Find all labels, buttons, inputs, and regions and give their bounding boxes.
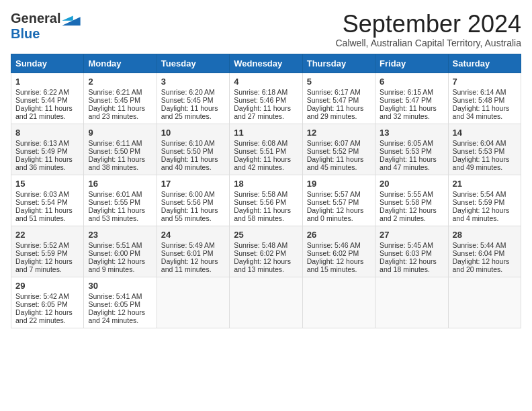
table-row: 5Sunrise: 6:17 AMSunset: 5:47 PMDaylight… xyxy=(302,73,375,124)
day-number: 16 xyxy=(88,179,152,189)
table-row: 11Sunrise: 6:08 AMSunset: 5:51 PMDayligh… xyxy=(230,124,302,175)
sunrise-text: Sunrise: 5:54 AM xyxy=(453,190,517,198)
logo-icon xyxy=(62,12,81,26)
sunset-text: Sunset: 5:53 PM xyxy=(380,147,443,155)
logo: General Blue xyxy=(11,11,81,42)
sunrise-text: Sunrise: 6:05 AM xyxy=(380,139,443,147)
sunset-text: Sunset: 5:58 PM xyxy=(380,198,443,206)
sunset-text: Sunset: 5:44 PM xyxy=(15,96,79,104)
sunrise-text: Sunrise: 5:46 AM xyxy=(307,241,371,249)
daylight-text: Daylight: 11 hours and 25 minutes. xyxy=(161,104,225,120)
sunrise-text: Sunrise: 5:41 AM xyxy=(88,292,152,300)
daylight-text: Daylight: 11 hours and 47 minutes. xyxy=(380,155,443,171)
daylight-text: Daylight: 11 hours and 53 minutes. xyxy=(88,206,152,222)
sunrise-text: Sunrise: 5:49 AM xyxy=(161,241,225,249)
day-number: 11 xyxy=(234,128,298,138)
sunrise-text: Sunrise: 6:18 AM xyxy=(234,88,298,96)
daylight-text: Daylight: 11 hours and 45 minutes. xyxy=(307,155,371,171)
sunrise-text: Sunrise: 6:17 AM xyxy=(307,88,371,96)
daylight-text: Daylight: 11 hours and 55 minutes. xyxy=(161,206,225,222)
header-tuesday: Tuesday xyxy=(157,54,229,73)
day-number: 12 xyxy=(307,128,371,138)
sunrise-text: Sunrise: 6:10 AM xyxy=(161,139,225,147)
day-number: 18 xyxy=(234,179,298,189)
day-number: 4 xyxy=(234,77,298,87)
day-number: 6 xyxy=(380,77,443,87)
day-number: 22 xyxy=(15,230,79,240)
sunset-text: Sunset: 5:59 PM xyxy=(15,249,79,257)
daylight-text: Daylight: 12 hours and 4 minutes. xyxy=(453,206,517,222)
daylight-text: Daylight: 11 hours and 27 minutes. xyxy=(234,104,298,120)
day-number: 17 xyxy=(161,179,225,189)
day-number: 10 xyxy=(161,128,225,138)
day-number: 3 xyxy=(161,77,225,87)
sunrise-text: Sunrise: 5:52 AM xyxy=(15,241,79,249)
sunrise-text: Sunrise: 5:45 AM xyxy=(380,241,443,249)
daylight-text: Daylight: 12 hours and 24 minutes. xyxy=(88,308,152,324)
sunrise-text: Sunrise: 6:00 AM xyxy=(161,190,225,198)
sunrise-text: Sunrise: 6:20 AM xyxy=(161,88,225,96)
sunset-text: Sunset: 5:53 PM xyxy=(453,147,517,155)
month-title: September 2024 xyxy=(336,11,522,38)
table-row: 30Sunrise: 5:41 AMSunset: 6:05 PMDayligh… xyxy=(84,277,157,328)
sunrise-text: Sunrise: 6:21 AM xyxy=(88,88,152,96)
sunset-text: Sunset: 6:04 PM xyxy=(453,249,517,257)
daylight-text: Daylight: 11 hours and 29 minutes. xyxy=(307,104,371,120)
day-number: 15 xyxy=(15,179,79,189)
sunset-text: Sunset: 5:59 PM xyxy=(453,198,517,206)
calendar-week-row: 8Sunrise: 6:13 AMSunset: 5:49 PMDaylight… xyxy=(11,124,521,175)
daylight-text: Daylight: 11 hours and 34 minutes. xyxy=(453,104,517,120)
day-number: 23 xyxy=(88,230,152,240)
header-thursday: Thursday xyxy=(302,54,375,73)
calendar-table: Sunday Monday Tuesday Wednesday Thursday… xyxy=(11,54,521,328)
table-row xyxy=(157,277,229,328)
page-header: General Blue September 2024 Calwell, Aus… xyxy=(11,11,521,48)
sunrise-text: Sunrise: 6:08 AM xyxy=(234,139,298,147)
sunset-text: Sunset: 5:50 PM xyxy=(161,147,225,155)
sunset-text: Sunset: 6:05 PM xyxy=(15,300,79,308)
day-number: 29 xyxy=(15,281,79,291)
table-row: 10Sunrise: 6:10 AMSunset: 5:50 PMDayligh… xyxy=(157,124,229,175)
table-row: 3Sunrise: 6:20 AMSunset: 5:45 PMDaylight… xyxy=(157,73,229,124)
sunrise-text: Sunrise: 6:01 AM xyxy=(88,190,152,198)
header-saturday: Saturday xyxy=(448,54,521,73)
location-title: Calwell, Australian Capital Territory, A… xyxy=(336,38,522,48)
sunset-text: Sunset: 5:56 PM xyxy=(161,198,225,206)
sunset-text: Sunset: 5:45 PM xyxy=(161,96,225,104)
sunrise-text: Sunrise: 5:44 AM xyxy=(453,241,517,249)
sunrise-text: Sunrise: 6:15 AM xyxy=(380,88,443,96)
day-number: 21 xyxy=(453,179,517,189)
table-row: 8Sunrise: 6:13 AMSunset: 5:49 PMDaylight… xyxy=(11,124,84,175)
sunrise-text: Sunrise: 5:42 AM xyxy=(15,292,79,300)
sunrise-text: Sunrise: 6:14 AM xyxy=(453,88,517,96)
sunrise-text: Sunrise: 5:58 AM xyxy=(234,190,298,198)
logo-blue: Blue xyxy=(11,26,40,41)
day-number: 19 xyxy=(307,179,371,189)
day-number: 9 xyxy=(88,128,152,138)
daylight-text: Daylight: 12 hours and 22 minutes. xyxy=(15,308,79,324)
daylight-text: Daylight: 12 hours and 0 minutes. xyxy=(307,206,371,222)
sunset-text: Sunset: 5:46 PM xyxy=(234,96,298,104)
table-row: 13Sunrise: 6:05 AMSunset: 5:53 PMDayligh… xyxy=(375,124,448,175)
daylight-text: Daylight: 11 hours and 49 minutes. xyxy=(453,155,517,171)
sunset-text: Sunset: 5:51 PM xyxy=(234,147,298,155)
sunset-text: Sunset: 6:01 PM xyxy=(161,249,225,257)
day-number: 5 xyxy=(307,77,371,87)
svg-marker-1 xyxy=(62,15,73,20)
daylight-text: Daylight: 11 hours and 42 minutes. xyxy=(234,155,298,171)
daylight-text: Daylight: 11 hours and 32 minutes. xyxy=(380,104,443,120)
sunrise-text: Sunrise: 6:11 AM xyxy=(88,139,152,147)
daylight-text: Daylight: 11 hours and 21 minutes. xyxy=(15,104,79,120)
table-row: 1Sunrise: 6:22 AMSunset: 5:44 PMDaylight… xyxy=(11,73,84,124)
table-row: 26Sunrise: 5:46 AMSunset: 6:02 PMDayligh… xyxy=(302,226,375,277)
daylight-text: Daylight: 12 hours and 9 minutes. xyxy=(88,257,152,273)
calendar-week-row: 29Sunrise: 5:42 AMSunset: 6:05 PMDayligh… xyxy=(11,277,521,328)
sunset-text: Sunset: 5:47 PM xyxy=(307,96,371,104)
daylight-text: Daylight: 11 hours and 38 minutes. xyxy=(88,155,152,171)
table-row: 27Sunrise: 5:45 AMSunset: 6:03 PMDayligh… xyxy=(375,226,448,277)
sunset-text: Sunset: 5:54 PM xyxy=(15,198,79,206)
sunset-text: Sunset: 5:49 PM xyxy=(15,147,79,155)
daylight-text: Daylight: 11 hours and 36 minutes. xyxy=(15,155,79,171)
header-wednesday: Wednesday xyxy=(230,54,302,73)
sunset-text: Sunset: 5:57 PM xyxy=(307,198,371,206)
